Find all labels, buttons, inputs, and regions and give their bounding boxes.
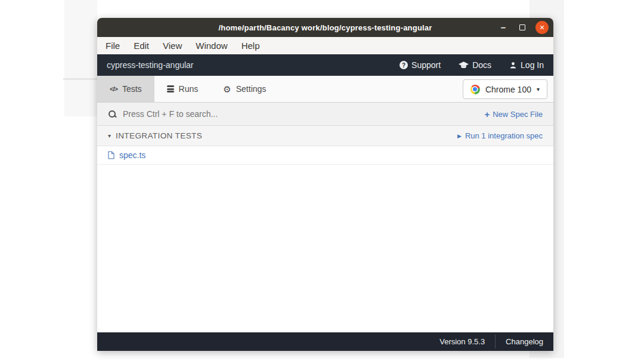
graduation-cap-icon [459,61,469,69]
spec-file-row[interactable]: spec.ts [97,146,553,165]
minimize-button[interactable]: – [497,24,509,30]
login-link[interactable]: Log In [509,60,544,70]
code-icon: </> [110,85,117,92]
maximize-button[interactable] [516,24,528,30]
file-icon [108,151,114,159]
support-link[interactable]: ? Support [400,60,441,70]
tab-settings[interactable]: ⚙ Settings [210,76,278,102]
gear-icon: ⚙ [223,85,231,94]
browser-selector-button[interactable]: Chrome 100 ▾ [463,79,547,99]
project-name: cypress-testing-angular [107,60,194,70]
tab-tests-label: Tests [122,84,142,94]
changelog-link[interactable]: Changelog [496,332,553,351]
question-circle-icon: ? [400,61,408,69]
user-icon [509,61,517,69]
footer-bar: Version 9.5.3 Changelog [97,332,553,351]
browser-selector-label: Chrome 100 [485,85,531,94]
chevron-down-icon: ▾ [537,86,540,92]
tab-tests[interactable]: </> Tests [97,76,154,102]
tab-runs-label: Runs [179,84,199,94]
close-button[interactable]: ✕ [535,21,549,34]
cypress-app-window: /home/parth/Bacancy work/blog/cypress-te… [97,18,553,351]
menu-window[interactable]: Window [196,41,227,51]
search-icon [108,110,117,119]
plus-icon: + [484,109,490,119]
spec-list-panel: ▾ INTEGRATION TESTS ▶ Run 1 integration … [97,126,553,332]
menu-help[interactable]: Help [242,41,260,51]
tab-settings-label: Settings [236,84,267,94]
menu-bar: File Edit View Window Help [97,37,553,54]
menu-edit[interactable]: Edit [134,41,149,51]
login-label: Log In [521,60,544,70]
window-title: /home/parth/Bacancy work/blog/cypress-te… [218,23,432,32]
app-nav-links: ? Support Docs Log In [400,60,544,70]
run-integration-spec-button[interactable]: ▶ Run 1 integration spec [457,131,543,140]
menu-file[interactable]: File [106,41,120,51]
docs-label: Docs [472,60,491,70]
menu-view[interactable]: View [163,41,182,51]
new-spec-file-label: New Spec File [493,110,543,119]
spec-file-name: spec.ts [119,150,145,160]
section-title: INTEGRATION TESTS [116,131,202,140]
version-label: Version 9.5.3 [429,332,495,351]
database-icon [167,85,174,92]
run-integration-spec-label: Run 1 integration spec [465,131,543,140]
caret-down-icon: ▾ [108,132,111,139]
docs-link[interactable]: Docs [459,60,491,70]
support-label: Support [411,60,441,70]
play-icon: ▶ [457,133,462,139]
integration-tests-section-header: ▾ INTEGRATION TESTS ▶ Run 1 integration … [97,126,553,146]
window-controls: – ✕ [497,18,549,37]
maximize-icon [519,24,525,30]
background-divider-line [63,78,97,80]
new-spec-file-button[interactable]: + New Spec File [484,109,543,119]
window-titlebar[interactable]: /home/parth/Bacancy work/blog/cypress-te… [97,18,553,37]
search-bar: + New Spec File [97,103,553,126]
integration-tests-toggle[interactable]: ▾ INTEGRATION TESTS [108,131,202,140]
background-page-strip [64,0,97,116]
search-input[interactable] [123,109,484,119]
app-nav: cypress-testing-angular ? Support Docs L… [97,54,553,76]
tab-bar: </> Tests Runs ⚙ Settings Chrome 100 ▾ [97,76,553,103]
chrome-icon [470,85,480,94]
tab-runs[interactable]: Runs [154,76,211,102]
